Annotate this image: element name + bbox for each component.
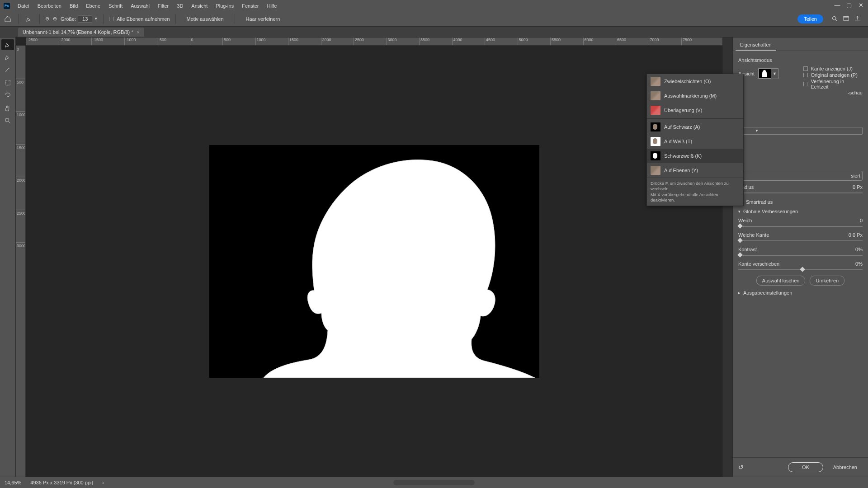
show-original-checkbox[interactable]: Original anzeigen (P) [803,72,863,78]
window-controls: — ▢ ✕ [830,0,868,10]
size-input[interactable]: 13 [78,15,92,23]
mode-select[interactable]: ▼ [738,127,863,135]
view-option[interactable]: Auf Weiß (T) [647,134,743,149]
zoom-in-icon[interactable]: ⊕ [53,16,57,22]
shift-edge-slider[interactable] [738,269,863,270]
svg-rect-1 [844,17,849,21]
document-title: Unbenannt-1 bei 14,7% (Ebene 4 Kopie, RG… [23,29,133,35]
menu-filter[interactable]: Filter [154,1,173,10]
ruler-tick: -1500 [91,38,124,45]
ruler-tick: 0 [190,38,223,45]
object-select-tool[interactable] [1,77,14,88]
refine-hair-button[interactable]: Haar verfeinern [241,14,286,23]
view-mode-label: Ansichtsmodus [738,57,863,63]
options-bar: ⊖ ⊕ Größe: 13 ▼ Alle Ebenen aufnehmen Mo… [0,11,868,27]
invert-button[interactable]: Umkehren [810,276,844,286]
lasso-tool[interactable] [1,90,14,101]
svg-rect-2 [5,80,10,85]
chevron-right-icon[interactable]: › [102,480,104,485]
menu-window[interactable]: Fenster [238,1,263,10]
menu-image[interactable]: Bild [66,1,82,10]
sample-all-layers-checkbox[interactable]: Alle Ebenen aufnehmen [109,16,170,22]
feather-slider[interactable] [738,240,863,241]
reset-icon[interactable]: ↺ [738,464,744,471]
smooth-label: Weich [738,218,752,223]
canvas[interactable] [209,145,539,378]
object-aware-button[interactable]: siert [738,171,863,181]
view-option[interactable]: Auf Schwarz (A) [647,120,743,134]
tool-preset-icon[interactable] [24,14,34,24]
document-tab[interactable]: Unbenannt-1 bei 14,7% (Ebene 4 Kopie, RG… [18,28,144,37]
realtime-refine-checkbox[interactable]: Verfeinerung in Echtzeit [803,78,863,90]
menu-bar: Ps Datei Bearbeiten Bild Ebene Schrift A… [0,0,868,11]
menu-plugins[interactable]: Plug-ins [212,1,238,10]
maximize-icon[interactable]: ▢ [844,2,854,9]
ruler-tick: 1000 [255,38,288,45]
menu-type[interactable]: Schrift [104,1,127,10]
select-subject-button[interactable]: Motiv auswählen [181,14,229,23]
share-button[interactable]: Teilen [797,14,823,23]
shift-edge-label: Kante verschieben [738,261,779,267]
brush-tool[interactable] [1,65,14,75]
close-icon[interactable]: ✕ [856,2,865,9]
menu-view[interactable]: Ansicht [187,1,212,10]
view-option[interactable]: Auswahlmarkierung (M) [647,89,743,103]
ruler-tick: 0 [16,46,25,79]
menu-layer[interactable]: Ebene [82,1,104,10]
ruler-tick: 3000 [387,38,420,45]
ruler-tick: 2000 [321,38,354,45]
view-thumbnail[interactable] [759,69,771,79]
horizontal-scrollbar[interactable] [393,480,475,485]
menu-help[interactable]: Hilfe [263,1,281,10]
menu-file[interactable]: Datei [14,1,33,10]
menu-3d[interactable]: 3D [173,1,187,10]
ruler-tick: 7000 [649,38,682,45]
smooth-slider[interactable] [738,226,863,227]
view-option-label: Zwiebelschichten (O) [664,79,711,84]
ruler-tick: 2500 [354,38,387,45]
output-settings-header[interactable]: ▸Ausgabeeinstellungen [738,290,863,296]
refine-edge-brush-tool[interactable] [1,52,14,63]
smart-radius-checkbox[interactable]: Smartradius [738,199,863,205]
ruler-tick: 4000 [452,38,485,45]
properties-tab[interactable]: Eigenschaften [736,40,776,51]
quick-select-tool[interactable] [1,39,14,50]
view-thumb-icon [651,77,660,86]
ruler-tick: 2500 [16,210,25,243]
global-refinements-header[interactable]: ▾Globale Verbesserungen [738,209,863,214]
chevron-down-icon[interactable]: ▼ [94,17,98,21]
view-thumb-icon [651,106,660,115]
view-option[interactable]: Überlagerung (V) [647,103,743,117]
menu-select[interactable]: Auswahl [127,1,154,10]
close-tab-icon[interactable]: × [137,29,140,35]
properties-panel: Eigenschaften Ansichtsmodus Ansicht ▼ Ka… [732,38,868,477]
toolbar [0,38,16,477]
chevron-down-icon[interactable]: ▼ [771,71,778,76]
ok-button[interactable]: OK [788,462,823,472]
view-option[interactable]: Schwarzweiß (K) [647,149,743,163]
menu-edit[interactable]: Bearbeiten [33,1,66,10]
ruler-tick: 2000 [16,177,25,210]
zoom-out-icon[interactable]: ⊖ [45,16,49,22]
ruler-tick: 4500 [485,38,518,45]
hand-tool[interactable] [1,103,14,113]
svg-point-3 [5,118,9,122]
home-icon[interactable] [3,14,13,24]
zoom-level[interactable]: 14,65% [5,480,21,485]
document-info: 4936 Px x 3319 Px (300 ppi) [30,480,93,485]
view-thumb-icon [651,137,660,146]
view-option[interactable]: Zwiebelschichten (O) [647,74,743,89]
minimize-icon[interactable]: — [833,2,842,9]
contrast-slider[interactable] [738,255,863,256]
workspace-icon[interactable] [843,15,849,22]
radius-slider[interactable] [738,192,863,193]
show-edge-checkbox[interactable]: Kante anzeigen (J) [803,66,863,72]
view-thumb-icon [651,151,660,160]
export-icon[interactable] [854,15,861,22]
search-icon[interactable] [831,15,838,22]
view-option[interactable]: Auf Ebenen (Y) [647,163,743,178]
zoom-tool[interactable] [1,115,14,126]
ruler-tick: 7500 [681,38,714,45]
cancel-button[interactable]: Abbrechen [828,463,863,472]
clear-selection-button[interactable]: Auswahl löschen [756,276,806,286]
